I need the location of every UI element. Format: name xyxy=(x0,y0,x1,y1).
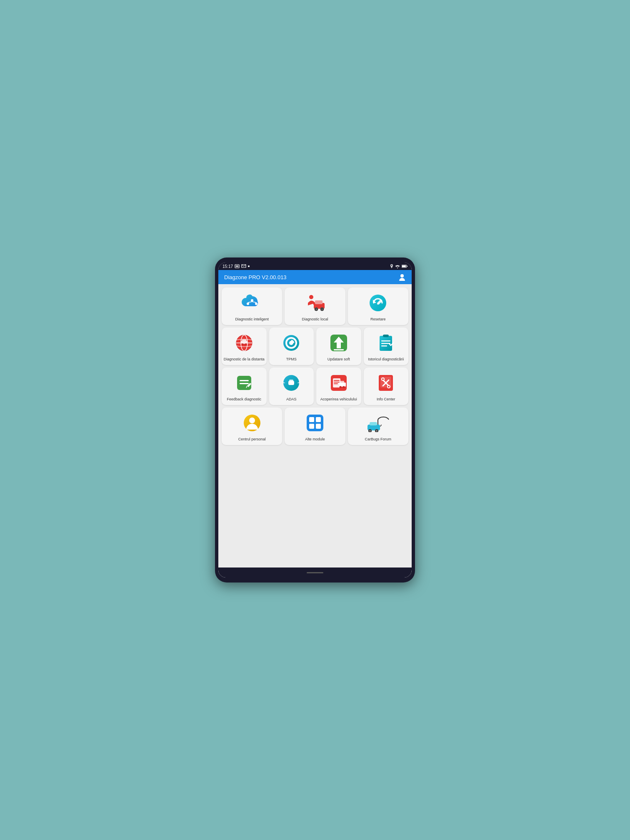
history-icon xyxy=(377,334,395,352)
menu-item-carbugs-forum[interactable]: CarBugs Forum xyxy=(348,408,408,445)
menu-item-feedback[interactable]: Feedback diagnostic xyxy=(222,368,267,405)
status-right xyxy=(390,264,408,269)
modules-icon xyxy=(306,414,324,432)
nav-home-indicator xyxy=(307,572,323,573)
svg-rect-43 xyxy=(240,383,249,384)
svg-rect-42 xyxy=(240,380,249,381)
user-icon[interactable] xyxy=(398,273,406,281)
menu-item-alte-module[interactable]: Alte module xyxy=(285,408,345,445)
svg-rect-40 xyxy=(381,345,387,347)
svg-rect-15 xyxy=(315,300,322,304)
svg-rect-51 xyxy=(334,382,340,382)
svg-rect-5 xyxy=(402,265,406,267)
reset-icon xyxy=(369,294,387,312)
menu-item-diagnostic-local[interactable]: Diagnostic local xyxy=(285,288,345,325)
menu-item-istoricul[interactable]: Istoricul diagnosticării xyxy=(364,328,409,365)
menu-label: Diagnostic local xyxy=(302,317,328,322)
menu-item-tpms[interactable]: TPMS xyxy=(269,328,314,365)
svg-rect-66 xyxy=(309,417,314,422)
sim-icon xyxy=(235,264,240,268)
feedback-icon xyxy=(235,374,253,392)
menu-label: CarBugs Forum xyxy=(365,437,392,442)
update-icon xyxy=(330,334,348,352)
menu-label: Diagnostic inteligent xyxy=(235,317,269,322)
personal-icon xyxy=(243,414,261,432)
info-center-icon xyxy=(377,374,395,392)
menu-item-resetare[interactable]: Resetare xyxy=(348,288,408,325)
svg-point-76 xyxy=(376,430,378,432)
svg-point-55 xyxy=(339,386,341,388)
svg-rect-52 xyxy=(334,383,338,384)
svg-rect-50 xyxy=(334,380,340,381)
svg-rect-1 xyxy=(236,265,238,267)
status-left: 15:17 xyxy=(222,264,250,269)
menu-item-diagnostic-inteligent[interactable]: Diagnostic inteligent xyxy=(222,288,282,325)
svg-point-9 xyxy=(247,302,249,305)
tablet-screen: 15:17 xyxy=(218,262,412,578)
adas-icon xyxy=(282,374,300,392)
svg-point-2 xyxy=(391,265,392,266)
svg-point-3 xyxy=(397,268,398,268)
tpms-icon xyxy=(282,334,300,352)
svg-rect-69 xyxy=(316,424,321,429)
wifi-icon xyxy=(395,264,400,268)
svg-point-62 xyxy=(388,386,390,388)
message-icon xyxy=(241,264,246,268)
svg-point-56 xyxy=(342,386,345,388)
svg-rect-39 xyxy=(381,343,390,344)
menu-item-diagnostic-distanta[interactable]: Diagnostic de la distanta xyxy=(222,328,267,365)
menu-label: Diagnostic de la distanta xyxy=(224,357,265,362)
battery-icon xyxy=(402,265,408,268)
svg-rect-67 xyxy=(316,417,321,422)
svg-rect-54 xyxy=(340,381,344,383)
menu-label: Updatare soft xyxy=(328,357,350,362)
svg-point-28 xyxy=(242,343,243,345)
menu-label: ADAS xyxy=(286,397,297,402)
menu-item-updatare[interactable]: Updatare soft xyxy=(316,328,361,365)
menu-row-2: Diagnostic de la distanta xyxy=(222,328,408,365)
svg-rect-6 xyxy=(407,266,408,267)
svg-rect-65 xyxy=(307,415,323,431)
remote-icon xyxy=(235,334,253,352)
svg-point-60 xyxy=(382,378,384,380)
menu-item-centrul-personal[interactable]: Centrul personal xyxy=(222,408,282,445)
nav-bar xyxy=(218,568,412,578)
svg-rect-37 xyxy=(383,335,389,337)
svg-rect-27 xyxy=(242,339,246,341)
menu-row-3: Feedback diagnostic xyxy=(222,368,408,405)
svg-point-64 xyxy=(249,418,255,423)
svg-rect-68 xyxy=(309,424,314,429)
menu-label: Acoperirea vehiculului xyxy=(320,397,357,402)
menu-label: Centrul personal xyxy=(238,437,266,442)
mechanic-icon xyxy=(304,294,326,312)
svg-point-7 xyxy=(400,274,404,278)
menu-label: Alte module xyxy=(305,437,325,442)
svg-point-75 xyxy=(369,430,371,432)
app-bar: Diagzone PRO V2.00.013 xyxy=(218,270,412,284)
svg-point-18 xyxy=(315,308,317,310)
cloud-icon xyxy=(241,294,263,312)
location-icon xyxy=(390,264,393,269)
svg-point-22 xyxy=(377,303,379,305)
svg-point-19 xyxy=(321,308,322,310)
menu-item-adas[interactable]: ADAS xyxy=(269,368,314,405)
svg-rect-72 xyxy=(370,422,377,425)
svg-point-10 xyxy=(255,302,258,305)
menu-item-acoperirea[interactable]: Acoperirea vehiculului xyxy=(316,368,361,405)
tablet-device: 15:17 xyxy=(215,258,415,582)
time-display: 15:17 xyxy=(222,264,233,269)
svg-rect-38 xyxy=(381,340,390,342)
menu-row-4: Centrul personal Alte module xyxy=(222,408,408,445)
app-title: Diagzone PRO V2.00.013 xyxy=(224,274,287,280)
forum-icon xyxy=(367,414,389,432)
menu-row-1: Diagnostic inteligent xyxy=(222,288,408,325)
vehicle-icon xyxy=(330,374,348,392)
svg-point-8 xyxy=(251,299,253,302)
grid-area: Diagnostic inteligent xyxy=(218,284,412,568)
status-bar: 15:17 xyxy=(218,262,412,270)
svg-point-29 xyxy=(245,343,247,345)
menu-label: TPMS xyxy=(286,357,297,362)
menu-label: Info Center xyxy=(377,397,395,402)
menu-item-info-center[interactable]: Info Center xyxy=(364,368,409,405)
menu-label: Resetare xyxy=(370,317,386,322)
